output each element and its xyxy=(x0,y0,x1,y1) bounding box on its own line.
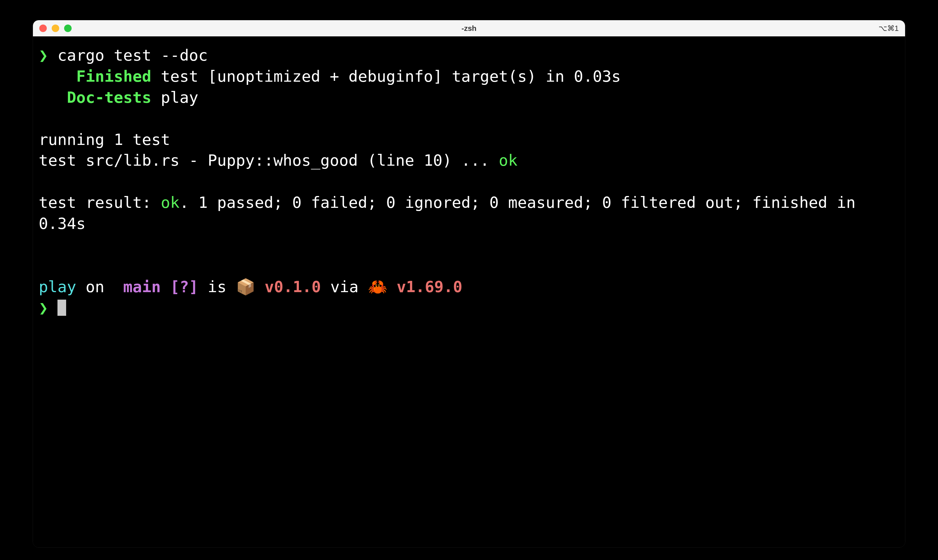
window-title: -zsh xyxy=(462,24,476,33)
test-line-status: ok xyxy=(499,151,518,169)
test-line-prefix: test src/lib.rs - Puppy::whos_good (line… xyxy=(39,151,499,169)
traffic-lights xyxy=(39,25,72,32)
package-icon: 📦 xyxy=(236,278,265,296)
doctests-label: Doc-tests xyxy=(67,88,152,106)
close-window-button[interactable] xyxy=(39,25,47,32)
git-branch-icon xyxy=(114,278,123,296)
prompt-arrow-icon: ❯ xyxy=(39,299,48,317)
window-titlebar: -zsh ⌥⌘1 xyxy=(33,20,905,36)
rust-icon: 🦀 xyxy=(368,278,397,296)
cursor xyxy=(57,300,66,316)
window-shortcut-label: ⌥⌘1 xyxy=(878,24,899,33)
maximize-window-button[interactable] xyxy=(64,25,72,32)
status-is: is xyxy=(199,278,236,296)
minimize-window-button[interactable] xyxy=(52,25,59,32)
terminal-window: -zsh ⌥⌘1 ❯ cargo test --doc Finished tes… xyxy=(33,20,905,547)
status-on: on xyxy=(76,278,114,296)
status-directory: play xyxy=(39,278,76,296)
prompt-arrow-icon: ❯ xyxy=(39,46,48,65)
result-status: ok xyxy=(161,194,180,212)
finished-rest: test [unoptimized + debuginfo] target(s)… xyxy=(151,67,621,85)
finished-label: Finished xyxy=(76,67,151,85)
git-flags: [?] xyxy=(161,278,199,296)
status-via: via xyxy=(321,278,368,296)
terminal-output[interactable]: ❯ cargo test --doc Finished test [unopti… xyxy=(33,36,905,547)
command-text: cargo test --doc xyxy=(57,46,208,65)
doctests-rest: play xyxy=(151,88,199,106)
running-line: running 1 test xyxy=(39,131,170,149)
result-prefix: test result: xyxy=(39,194,161,212)
git-branch: main xyxy=(123,278,161,296)
package-version: v0.1.0 xyxy=(265,278,321,296)
rust-version: v1.69.0 xyxy=(396,278,462,296)
